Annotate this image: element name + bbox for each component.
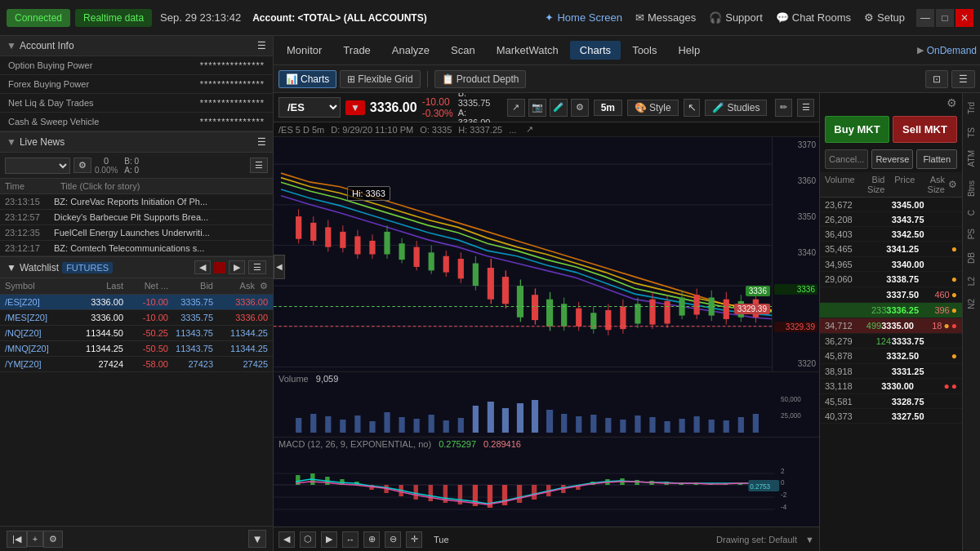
flexible-grid-button[interactable]: ⊞ Flexible Grid: [340, 70, 420, 88]
side-tab-l2[interactable]: L2: [964, 271, 978, 291]
nav-start-button[interactable]: |◀: [7, 531, 27, 548]
order-book-row[interactable]: 23,672 3345.00: [820, 198, 962, 212]
product-depth-button[interactable]: 📋 Product Depth: [434, 70, 527, 88]
watchlist-row[interactable]: /YM[Z20] 27424 -58.00 27423 27425: [0, 357, 273, 372]
menu-trade[interactable]: Trade: [333, 41, 380, 60]
charts-tab-button[interactable]: 📊 Charts: [278, 70, 336, 88]
side-tab-c[interactable]: C: [964, 204, 978, 221]
nav-support[interactable]: 🎧 Support: [709, 11, 763, 24]
maximize-button[interactable]: □: [936, 9, 954, 27]
order-book-row[interactable]: 29,060 3338.75 ●: [820, 272, 962, 287]
sell-mkt-button[interactable]: Sell MKT: [893, 116, 957, 143]
watchlist-row[interactable]: /NQ[Z20] 11344.50 -50.25 11343.75 11344.…: [0, 326, 273, 341]
account-row-cash: Cash & Sweep Vehicle ***************: [0, 113, 273, 131]
order-book-row[interactable]: 38,918 3331.25: [820, 364, 962, 379]
price-axis: 3370 3360 3350 3340 3336 3329.39 3320: [772, 137, 819, 371]
chart-settings-button[interactable]: ⚙: [571, 99, 589, 117]
order-book-row[interactable]: 3337.50 460 ●: [820, 287, 962, 303]
more-button[interactable]: ☰: [797, 99, 814, 117]
cancel-button[interactable]: Cancel...: [825, 149, 868, 169]
chart-zoom-in[interactable]: ⊕: [363, 531, 380, 548]
order-book-row[interactable]: 36,403 3342.50: [820, 227, 962, 242]
side-tab-atm[interactable]: ATM: [964, 144, 978, 172]
menu-help[interactable]: Help: [668, 41, 710, 60]
news-row[interactable]: 23:13:15 BZ: CureVac Reports Initiation …: [0, 194, 273, 210]
menu-monitor[interactable]: Monitor: [277, 41, 332, 60]
order-settings-button[interactable]: ⚙: [947, 96, 957, 109]
menu-charts[interactable]: Charts: [570, 41, 621, 60]
news-settings-button[interactable]: ⚙: [74, 158, 91, 173]
nav-chat-rooms[interactable]: 💬 Chat Rooms: [776, 11, 851, 24]
order-book-row-sell[interactable]: 34,712 499 3335.00 18 ● ●: [820, 318, 962, 334]
order-book-row[interactable]: 45,581 3328.75: [820, 394, 962, 409]
scroll-down-button[interactable]: ▼: [248, 530, 266, 548]
order-book-row[interactable]: 33,118 3330.00 ● ●: [820, 379, 962, 394]
nav-home-screen[interactable]: ✦ Home Screen: [545, 11, 621, 24]
side-tab-btns[interactable]: Btns: [964, 175, 978, 202]
resize-button[interactable]: ⊡: [925, 70, 948, 88]
close-button[interactable]: ✕: [956, 9, 973, 27]
watchlist-row[interactable]: /MNQ[Z20] 11344.25 -50.50 11343.75 11344…: [0, 341, 273, 357]
ondemand-label[interactable]: OnDemand: [927, 45, 977, 56]
news-filter-select[interactable]: [5, 158, 70, 174]
order-book-row[interactable]: 45,878 3332.50 ●: [820, 349, 962, 364]
order-book-row[interactable]: 36,279 124 3333.75: [820, 334, 962, 349]
watchlist-next-button[interactable]: ▶: [229, 260, 245, 274]
news-row[interactable]: 23:12:57 Dickey's Barbecue Pit Supports …: [0, 210, 273, 225]
order-book-row[interactable]: 34,965 3340.00: [820, 257, 962, 272]
news-filter-button[interactable]: ☰: [250, 158, 268, 173]
watchlist-settings-button[interactable]: ☰: [248, 260, 266, 274]
chart-scroll-left[interactable]: ↔: [342, 531, 359, 548]
style-button[interactable]: 🎨 Style: [627, 100, 679, 116]
symbol-select[interactable]: /ES: [278, 97, 341, 118]
menu-marketwatch[interactable]: MarketWatch: [487, 41, 568, 60]
watchlist-prev-button[interactable]: ◀: [194, 260, 211, 274]
minimize-button[interactable]: —: [916, 9, 934, 27]
side-tab-n2[interactable]: N2: [964, 293, 978, 315]
flatten-button[interactable]: Flatten: [916, 149, 957, 169]
connected-button[interactable]: Connected: [7, 9, 70, 27]
side-tab-db[interactable]: DB: [964, 247, 978, 269]
share-button[interactable]: ↗: [507, 99, 525, 117]
side-tab-ps[interactable]: PS: [964, 223, 978, 245]
nav-add-button[interactable]: +: [27, 531, 43, 547]
watchlist-row[interactable]: /MES[Z20] 3336.00 -10.00 3335.75 3336.00: [0, 310, 273, 326]
side-tab-trd[interactable]: Trd: [964, 96, 978, 120]
camera-button[interactable]: 📷: [528, 99, 546, 117]
order-book-row[interactable]: 35,465 3341.25 ●: [820, 242, 962, 257]
layout-button[interactable]: ☰: [951, 70, 975, 88]
chart-zoom-out[interactable]: ⊖: [385, 531, 401, 548]
buy-mkt-button[interactable]: Buy MKT: [825, 116, 889, 143]
chart-next-button[interactable]: ▶: [321, 531, 337, 548]
watchlist-row[interactable]: /ES[Z20] 3336.00 -10.00 3335.75 3336.00: [0, 295, 273, 310]
flask-button[interactable]: 🧪: [550, 99, 568, 117]
chart-prev-button[interactable]: ◀: [278, 531, 295, 548]
nav-settings-button[interactable]: ⚙: [43, 531, 63, 548]
drawing-button[interactable]: ✏: [775, 99, 792, 117]
chart-crosshair[interactable]: ✛: [406, 531, 422, 548]
settings-icon[interactable]: ☰: [257, 40, 266, 51]
menu-scan[interactable]: Scan: [441, 41, 485, 60]
chart-expand-button[interactable]: ◀: [274, 255, 285, 279]
chart-pagedown-button[interactable]: ⬡: [300, 531, 316, 548]
cursor-button[interactable]: ↖: [684, 99, 701, 117]
studies-button[interactable]: 🧪 Studies: [705, 100, 767, 116]
realtime-button[interactable]: Realtime data: [75, 9, 152, 27]
menu-analyze[interactable]: Analyze: [382, 41, 439, 60]
menu-tools[interactable]: Tools: [622, 41, 666, 60]
order-book-row[interactable]: 26,208 3343.75: [820, 212, 962, 227]
reverse-button[interactable]: Reverse: [871, 149, 913, 169]
candle-chart[interactable]: Hi: 3363 3336 3329.39 ◀ 3370 3360 3350 3…: [274, 137, 819, 371]
timeframe-button[interactable]: 5m: [594, 100, 622, 116]
watchlist-col-settings-icon[interactable]: ⚙: [260, 281, 268, 291]
nav-setup[interactable]: ⚙ Setup: [864, 11, 905, 24]
order-book-settings-button[interactable]: ⚙: [948, 175, 957, 194]
news-row[interactable]: 23:12:17 BZ: Comtech Telecommunications …: [0, 241, 273, 256]
nav-messages[interactable]: ✉ Messages: [635, 11, 696, 24]
side-tab-ts[interactable]: TS: [964, 122, 978, 144]
news-row[interactable]: 23:12:35 FuelCell Energy Launches Underw…: [0, 225, 273, 241]
svg-rect-118: [414, 485, 418, 500]
order-book-row-current[interactable]: 233 3336.25 396 ●: [820, 303, 962, 318]
order-book-row[interactable]: 40,373 3327.50: [820, 409, 962, 424]
news-settings-icon[interactable]: ☰: [257, 136, 266, 148]
